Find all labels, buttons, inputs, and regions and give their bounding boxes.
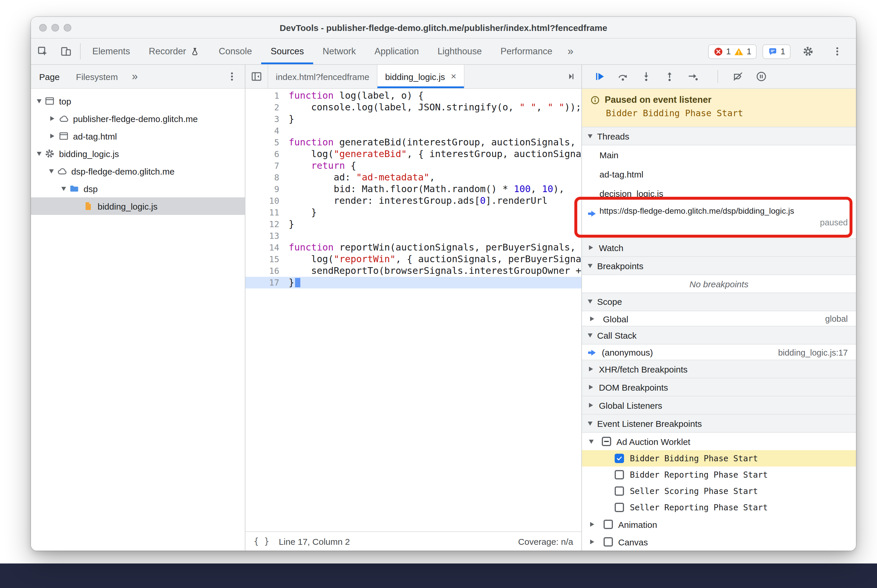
elb-group-animation[interactable]: Animation: [582, 516, 856, 533]
disclosure-open-icon[interactable]: [49, 169, 54, 173]
minimize-window-button[interactable]: [51, 24, 59, 31]
line-number[interactable]: 4: [245, 125, 287, 136]
call-stack-frame-row[interactable]: (anonymous) bidding_logic.js:17: [582, 345, 856, 360]
disclosure-closed-icon[interactable]: [50, 116, 54, 121]
line-number[interactable]: 17: [245, 277, 287, 288]
thread-item-decision-logic-js[interactable]: decision_logic.js: [582, 184, 856, 203]
checkbox-seller-scoring-phase-start[interactable]: [615, 486, 624, 496]
disclosure-closed-icon[interactable]: [590, 522, 594, 527]
code-line-2[interactable]: 2 console.log(label, JSON.stringify(o, "…: [245, 102, 581, 113]
line-number[interactable]: 10: [245, 195, 287, 207]
disclosure-open-icon[interactable]: [61, 186, 66, 190]
tree-item-top[interactable]: top: [31, 92, 245, 110]
tab-application[interactable]: Application: [365, 39, 428, 64]
code-line-16[interactable]: 16 sendReportTo(browserSignals.interestG…: [245, 265, 581, 277]
resume-button[interactable]: [588, 67, 611, 86]
pretty-print-button[interactable]: { }: [254, 536, 269, 546]
checkbox-bidder-bidding-phase-start[interactable]: [615, 454, 624, 463]
tree-item-bidding-logic-js[interactable]: bidding_logic.js: [31, 197, 245, 215]
line-number[interactable]: 6: [245, 148, 287, 160]
code-line-14[interactable]: 14function reportWin(auctionSignals, per…: [245, 242, 581, 254]
disclosure-open-icon[interactable]: [37, 99, 42, 103]
tree-item-bidding-logic-js[interactable]: bidding_logic.js: [31, 145, 245, 162]
elb-event-bidder-reporting-phase-start[interactable]: Bidder Reporting Phase Start: [582, 466, 856, 483]
checkbox-animation[interactable]: [603, 520, 613, 529]
code-line-6[interactable]: 6 log("generateBid", { interestGroup, au…: [245, 148, 581, 160]
inspect-element-button[interactable]: [31, 39, 54, 64]
tab-sources[interactable]: Sources: [262, 39, 313, 64]
line-number[interactable]: 15: [245, 254, 287, 265]
code-line-17[interactable]: 17}: [245, 277, 581, 288]
editor-tab-index-html-fencedframe[interactable]: index.html?fencedframe: [268, 65, 378, 88]
editor-tab-options-button[interactable]: [560, 65, 581, 88]
code-editor[interactable]: 1function log(label, o) {2 console.log(l…: [245, 89, 581, 531]
tree-item-ad-tag-html[interactable]: ad-tag.html: [31, 127, 245, 145]
navigator-overflow-tabs-button[interactable]: »: [126, 65, 143, 88]
toggle-navigator-button[interactable]: [245, 65, 268, 88]
line-number[interactable]: 11: [245, 207, 287, 218]
event-listener-breakpoints-section-header[interactable]: Event Listener Breakpoints: [582, 414, 856, 433]
issues-button[interactable]: 1: [763, 44, 791, 58]
step-out-button[interactable]: [658, 67, 681, 86]
tab-lighthouse[interactable]: Lighthouse: [428, 39, 491, 64]
disclosure-open-icon[interactable]: [589, 440, 594, 444]
breakpoints-section-header[interactable]: Breakpoints: [582, 256, 856, 275]
code-line-1[interactable]: 1function log(label, o) {: [245, 90, 581, 102]
navigator-more-menu-button[interactable]: [219, 65, 245, 88]
tree-item-dsp[interactable]: dsp: [31, 180, 245, 197]
checkbox-seller-reporting-phase-start[interactable]: [615, 503, 624, 512]
line-number[interactable]: 14: [245, 242, 287, 254]
thread-item-ad-tag-html[interactable]: ad-tag.html: [582, 165, 856, 184]
checkbox-bidder-reporting-phase-start[interactable]: [615, 470, 624, 479]
thread-item-https-dsp-fledge-demo-glitch-me-dsp-bidding-logi[interactable]: https://dsp-fledge-demo.glitch.me/dsp/bi…: [582, 203, 856, 239]
elb-event-seller-scoring-phase-start[interactable]: Seller Scoring Phase Start: [582, 483, 856, 499]
line-number[interactable]: 3: [245, 113, 287, 125]
more-panels-button[interactable]: »: [562, 39, 579, 64]
global-listeners-section-header[interactable]: Global Listeners: [582, 396, 856, 415]
line-number[interactable]: 1: [245, 90, 287, 102]
settings-button[interactable]: [796, 45, 820, 57]
console-messages-badge[interactable]: 1 1: [708, 44, 757, 58]
elb-group-ad-auction-worklet[interactable]: Ad Auction Worklet: [582, 433, 856, 450]
editor-tab-bidding-logic-js[interactable]: bidding_logic.js×: [378, 65, 465, 88]
code-line-10[interactable]: 10 render: interestGroup.ads[0].renderUr…: [245, 195, 581, 207]
code-line-12[interactable]: 12}: [245, 218, 581, 230]
code-line-13[interactable]: 13: [245, 230, 581, 242]
code-line-3[interactable]: 3}: [245, 113, 581, 125]
step-button[interactable]: [681, 67, 705, 86]
checkbox-ad-auction-worklet[interactable]: [602, 437, 611, 446]
disclosure-closed-icon[interactable]: [590, 540, 594, 544]
line-number[interactable]: 2: [245, 102, 287, 113]
line-number[interactable]: 5: [245, 136, 287, 148]
tab-network[interactable]: Network: [313, 39, 365, 64]
elb-event-bidder-bidding-phase-start[interactable]: Bidder Bidding Phase Start: [582, 450, 856, 466]
line-number[interactable]: 8: [245, 172, 287, 183]
close-tab-icon[interactable]: ×: [451, 72, 456, 81]
tab-console[interactable]: Console: [209, 39, 262, 64]
scope-global-row[interactable]: Global global: [582, 311, 856, 326]
tab-performance[interactable]: Performance: [491, 39, 561, 64]
device-toolbar-button[interactable]: [54, 39, 78, 64]
dom-breakpoints-section-header[interactable]: DOM Breakpoints: [582, 378, 856, 396]
code-line-11[interactable]: 11 }: [245, 207, 581, 218]
navigator-tab-page[interactable]: Page: [31, 65, 68, 88]
code-line-7[interactable]: 7 return {: [245, 160, 581, 172]
line-number[interactable]: 13: [245, 230, 287, 242]
line-number[interactable]: 16: [245, 265, 287, 277]
code-line-15[interactable]: 15 log("reportWin", { auctionSignals, pe…: [245, 254, 581, 265]
line-number[interactable]: 9: [245, 183, 287, 195]
call-stack-section-header[interactable]: Call Stack: [582, 326, 856, 345]
watch-section-header[interactable]: Watch: [582, 238, 856, 257]
step-over-button[interactable]: [611, 67, 635, 86]
deactivate-breakpoints-button[interactable]: [726, 67, 750, 86]
scope-section-header[interactable]: Scope: [582, 292, 856, 311]
navigator-tab-filesystem[interactable]: Filesystem: [68, 65, 126, 88]
line-number[interactable]: 7: [245, 160, 287, 172]
code-line-5[interactable]: 5function generateBid(interestGroup, auc…: [245, 136, 581, 148]
checkbox-canvas[interactable]: [603, 537, 613, 546]
disclosure-open-icon[interactable]: [37, 152, 42, 156]
thread-item-main[interactable]: Main: [582, 146, 856, 165]
threads-section-header[interactable]: Threads: [582, 127, 856, 146]
elb-event-seller-reporting-phase-start[interactable]: Seller Reporting Phase Start: [582, 499, 856, 516]
code-line-8[interactable]: 8 ad: "ad-metadata",: [245, 172, 581, 183]
